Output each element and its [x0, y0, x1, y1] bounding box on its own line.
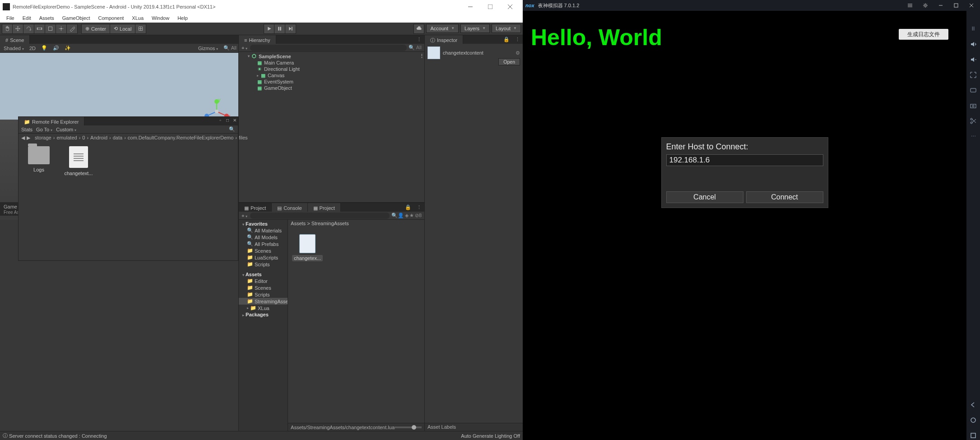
hierarchy-item[interactable]: ▦EventSystem: [239, 79, 424, 85]
asset-item[interactable]: changetex...: [294, 234, 320, 261]
tree-item[interactable]: 📁 Editor: [239, 278, 288, 284]
tab-project2[interactable]: ▦ Project: [308, 203, 341, 212]
pivot-center[interactable]: ⊕Center: [81, 24, 110, 34]
filter-star-icon[interactable]: ★: [409, 213, 414, 218]
step-button[interactable]: [285, 24, 296, 34]
play-button[interactable]: [264, 24, 274, 34]
menu-edit[interactable]: Edit: [19, 14, 35, 22]
volume-down-icon[interactable]: [969, 55, 978, 64]
tab-hierarchy[interactable]: ≡ Hierarchy: [239, 35, 276, 44]
hierarchy-item[interactable]: ▦Main Camera: [239, 60, 424, 66]
menu-file[interactable]: File: [3, 14, 18, 22]
tab-console[interactable]: ▤ Console: [272, 203, 307, 212]
nox-gear-icon[interactable]: [920, 0, 931, 10]
recent-icon[interactable]: [969, 431, 978, 440]
menu-component[interactable]: Component: [94, 14, 127, 22]
crumb[interactable]: data: [113, 135, 122, 140]
lighting-status[interactable]: Auto Generate Lighting Off: [461, 433, 520, 439]
gear-icon[interactable]: ⚙: [516, 50, 520, 56]
volume-up-icon[interactable]: [969, 40, 978, 49]
project-search[interactable]: [250, 213, 389, 219]
folder-item[interactable]: Logs: [23, 146, 55, 172]
hierarchy-item[interactable]: ▦GameObject: [239, 85, 424, 91]
drag-icon[interactable]: ⠿: [969, 24, 978, 33]
crumb[interactable]: 0: [82, 135, 85, 140]
tree-item[interactable]: 📁 Scripts: [239, 261, 288, 268]
grid-snap[interactable]: [135, 24, 146, 34]
tab-project[interactable]: ▦ Project: [239, 203, 272, 212]
cloud-button[interactable]: [413, 24, 424, 34]
create-dropdown[interactable]: + ▾: [242, 45, 247, 51]
crumb[interactable]: files: [239, 135, 248, 140]
file-item[interactable]: changetext...: [63, 146, 94, 176]
rotate-tool[interactable]: [23, 24, 34, 34]
transform-tool[interactable]: [56, 24, 67, 34]
scene-menu-icon[interactable]: ⋮: [419, 53, 424, 59]
inspector-lock-icon[interactable]: 🔒: [501, 35, 512, 44]
tree-item[interactable]: 📁 LuaScripts: [239, 254, 288, 261]
light-icon[interactable]: 💡: [39, 45, 49, 51]
keyboard-icon[interactable]: [969, 86, 978, 95]
scissors-icon[interactable]: [969, 116, 978, 125]
audio-icon[interactable]: 🔊: [51, 45, 61, 51]
asset-labels-header[interactable]: Asset Labels: [425, 423, 523, 431]
crumb[interactable]: storage: [35, 135, 51, 140]
back-icon[interactable]: [969, 400, 978, 409]
tree-item[interactable]: 🔍 All Models: [239, 234, 288, 241]
thumbnail-slider[interactable]: [395, 426, 422, 428]
crumb[interactable]: emulated: [56, 135, 77, 140]
emulator-screen[interactable]: Hello, World 生成日志文件 Enter Host to Connec…: [523, 11, 966, 440]
tab-scene[interactable]: # Scene: [0, 35, 30, 44]
maximize-button[interactable]: [480, 0, 500, 14]
layout-dropdown[interactable]: Layout▼: [492, 24, 521, 33]
menu-assets[interactable]: Assets: [36, 14, 58, 22]
tab-inspector[interactable]: ⓘ Inspector: [425, 35, 463, 44]
tree-item[interactable]: ▸📁 XLua: [239, 305, 288, 311]
project-create[interactable]: + ▾: [242, 213, 247, 218]
shading-mode[interactable]: Shaded ▾: [2, 46, 26, 51]
generate-log-button[interactable]: 生成日志文件: [899, 29, 948, 40]
rfe-custom[interactable]: Custom ▾: [56, 127, 76, 132]
scale-tool[interactable]: [34, 24, 45, 34]
assets-header[interactable]: ▾ Assets: [239, 271, 288, 278]
open-button[interactable]: Open: [498, 58, 520, 65]
nox-menu-icon[interactable]: [904, 0, 916, 10]
rfe-close-icon[interactable]: ✕: [232, 117, 238, 123]
inspector-menu-icon[interactable]: ⋮: [512, 35, 523, 44]
more-icon[interactable]: ⋯: [969, 132, 978, 141]
project-menu-icon[interactable]: ⋮: [414, 203, 424, 212]
tree-item[interactable]: 🔍 All Prefabs: [239, 241, 288, 247]
tree-item[interactable]: 📁 Scenes: [239, 284, 288, 291]
cancel-button[interactable]: Cancel: [666, 191, 743, 203]
hidden-count[interactable]: ⊘8: [415, 213, 422, 218]
project-lock-icon[interactable]: 🔒: [402, 203, 414, 212]
connect-button[interactable]: Connect: [746, 191, 823, 203]
search-icon[interactable]: 🔍: [229, 126, 235, 132]
nox-maximize-icon[interactable]: [950, 0, 962, 10]
layers-dropdown[interactable]: Layers▼: [460, 24, 490, 33]
nox-close-icon[interactable]: [966, 0, 977, 10]
fullscreen-icon[interactable]: [969, 70, 978, 79]
minimize-button[interactable]: [460, 0, 480, 14]
filter-type-icon[interactable]: ◈: [405, 213, 409, 218]
rect-tool[interactable]: [45, 24, 56, 34]
menu-window[interactable]: Window: [148, 14, 173, 22]
rfe-maximize-icon[interactable]: □: [224, 117, 231, 123]
fx-icon[interactable]: ✨: [63, 45, 73, 51]
gizmos-dropdown[interactable]: Gizmos ▾: [196, 46, 220, 51]
menu-gameobject[interactable]: GameObject: [59, 14, 94, 22]
hierarchy-menu-icon[interactable]: ⋮: [414, 35, 424, 44]
menu-xlua[interactable]: XLua: [128, 14, 147, 22]
menu-help[interactable]: Help: [174, 14, 191, 22]
crumb[interactable]: Android: [90, 135, 107, 140]
screenshot-icon[interactable]: [969, 101, 978, 110]
move-tool[interactable]: [13, 24, 23, 34]
pause-button[interactable]: [274, 24, 285, 34]
favorites-header[interactable]: ▾ Favorites: [239, 221, 288, 227]
home-icon[interactable]: [969, 416, 978, 425]
rfe-dock-icon[interactable]: ▫: [217, 117, 223, 123]
filter-icon[interactable]: 👤: [398, 213, 404, 218]
rfe-goto[interactable]: Go To ▾: [36, 127, 52, 132]
nox-minimize-icon[interactable]: [935, 0, 947, 10]
hand-tool[interactable]: [2, 24, 13, 34]
